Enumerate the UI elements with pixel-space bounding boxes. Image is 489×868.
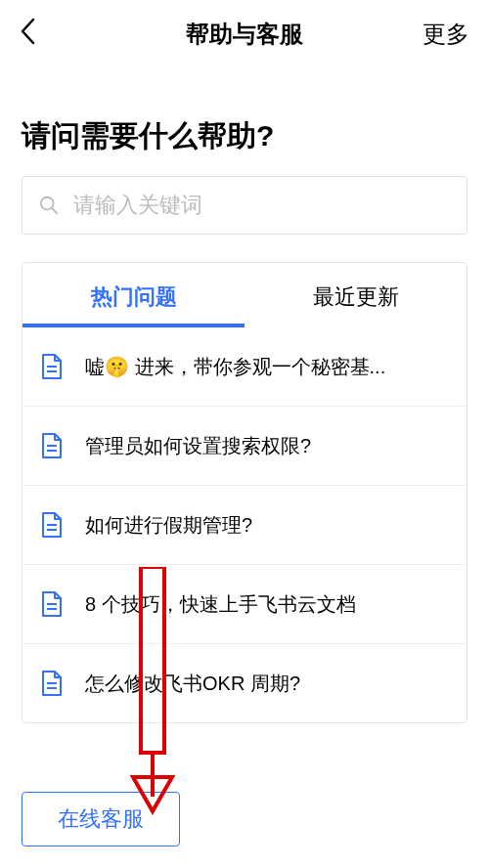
tabs: 热门问题 最近更新 <box>22 263 467 327</box>
list-item-text: 8 个技巧，快速上手飞书云文档 <box>85 591 356 618</box>
document-icon <box>40 590 64 618</box>
more-button[interactable]: 更多 <box>411 19 469 50</box>
page-header-title: 帮助与客服 <box>186 19 303 50</box>
list-item-text: 嘘🤫 进来，带你参观一个秘密基... <box>85 354 385 380</box>
list-item[interactable]: 怎么修改飞书OKR 周期? <box>22 643 467 722</box>
document-icon <box>40 670 64 697</box>
search-icon <box>38 195 60 216</box>
tab-recent[interactable]: 最近更新 <box>244 263 467 327</box>
search-input[interactable]: 请输入关键词 <box>22 176 467 235</box>
tab-hot[interactable]: 热门问题 <box>22 263 244 327</box>
faq-list: 嘘🤫 进来，带你参观一个秘密基... 管理员如何设置搜索权限? <box>22 327 467 722</box>
page-title: 请问需要什么帮助? <box>0 67 489 176</box>
header: 帮助与客服 更多 <box>0 0 489 67</box>
online-service-button[interactable]: 在线客服 <box>22 792 180 846</box>
document-icon <box>40 432 64 459</box>
list-item-text: 怎么修改飞书OKR 周期? <box>85 671 300 697</box>
list-item[interactable]: 如何进行假期管理? <box>22 485 467 564</box>
list-item[interactable]: 管理员如何设置搜索权限? <box>22 406 467 485</box>
help-card: 热门问题 最近更新 嘘🤫 进来，带你参观一个秘密基... <box>22 262 467 723</box>
search-placeholder: 请输入关键词 <box>73 191 202 220</box>
list-item[interactable]: 嘘🤫 进来，带你参观一个秘密基... <box>22 327 467 406</box>
list-item[interactable]: 8 个技巧，快速上手飞书云文档 <box>22 564 467 643</box>
list-item-text: 管理员如何设置搜索权限? <box>85 433 311 459</box>
list-item-text: 如何进行假期管理? <box>85 512 252 539</box>
back-button[interactable] <box>20 18 78 50</box>
document-icon <box>40 353 64 380</box>
document-icon <box>40 511 64 539</box>
chevron-left-icon <box>20 18 35 45</box>
svg-line-1 <box>52 208 57 213</box>
